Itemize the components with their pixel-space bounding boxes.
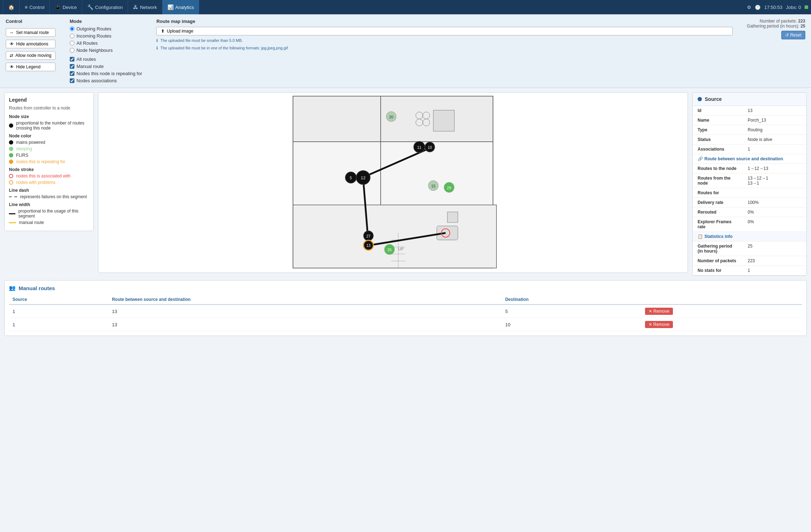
remove-button-1[interactable]: ✕ Remove [645,308,673,315]
routes-for-value [743,188,806,198]
upload-info-2: ℹ The uploaded file must be in one of th… [156,46,732,50]
solid-line-icon [9,213,15,214]
gathering-value: 25 [743,241,806,256]
nav-configuration[interactable]: 🔧 Configuration [82,0,128,14]
flirs-dot [9,153,13,157]
hide-legend-button[interactable]: 👁 Hide Legend [6,63,55,71]
nav-network[interactable]: 🖧 Network [128,0,162,14]
id-label: Id [693,106,743,116]
dash-line-icon [9,196,17,197]
delivery-value: 100% [743,198,806,208]
route-source-2: 1 [9,318,108,331]
route-icon: ↔ [10,30,14,35]
checkbox-repeating[interactable]: Nodes this node is repeating for [70,71,142,76]
map-area[interactable]: UP 20 11 1 [98,92,688,273]
radio-all-routes[interactable]: All Routes [70,40,142,46]
type-value: Routing [743,125,806,135]
svg-rect-10 [433,110,454,131]
radio-incoming[interactable]: Incoming Routes [70,33,142,39]
radio-neighbours[interactable]: Node Neighbours [70,48,142,53]
stats-info-link[interactable]: 📋 Statistics info [698,234,801,239]
gathering-info: Gathering period (in hours): 25 [747,24,805,29]
navigate-icon: 🔗 [698,156,703,161]
routes-table-body: 1 13 5 ✕ Remove 1 13 10 ✕ Remove [9,304,802,331]
node-stroke-title: Node stroke [9,167,89,172]
svg-point-43 [441,229,450,237]
svg-rect-5 [293,205,497,268]
route-source-1: 1 [9,304,108,318]
status-label: Status [693,135,743,145]
checkbox-all-routes[interactable]: All routes [70,57,142,62]
name-value: Porch_13 [743,116,806,125]
associated-dot [9,174,13,178]
source-header: Source [693,93,806,106]
reset-button[interactable]: ↺ Reset [781,31,805,39]
repeating-dot [9,160,13,164]
top-navigation: 🏠 ≡ Control 📱 Device 🔧 Configuration 🖧 N… [0,0,811,14]
radio-outgoing[interactable]: Outgoing Routes [70,26,142,31]
col-source: Source [9,295,108,304]
manual-routes-icon: 👥 [9,285,16,291]
associations-value: 1 [743,145,806,154]
routes-from-value: 13→12→1 13→1 [743,174,806,188]
type-label: Type [693,125,743,135]
set-manual-route-button[interactable]: ↔ Set manual route [6,28,55,37]
associations-label: Associations [693,145,743,154]
checkbox-group: All routes Manual route Nodes this node … [70,57,142,83]
manual-routes-title: 👥 Manual routes [9,285,802,291]
route-action-2: ✕ Remove [641,318,802,331]
floor-plan-svg: UP 20 11 1 [98,93,688,272]
info-icon-1: ℹ [156,38,158,43]
eye-icon: 👁 [10,42,14,47]
svg-rect-1 [293,96,381,142]
routes-table-head: Source Route between source and destinat… [9,295,802,304]
table-row-name: Name Porch_13 [693,116,806,125]
routes-from-label: Routes from the node [693,174,743,188]
gathering-label: Gathering period (in hours) [693,241,743,256]
table-row-rerouted: Rerouted 0% [693,208,806,217]
home-icon: 🏠 [8,4,14,10]
nav-analytics[interactable]: 📊 Analytics [162,0,199,14]
mode-title: Mode [70,19,142,24]
table-row-stats-info: 📋 Statistics info [693,232,806,241]
stats-top: Number of packets: 223 Gathering period … [747,19,805,39]
nav-network-label: Network [140,5,157,10]
svg-text:26: 26 [387,248,392,252]
nav-home[interactable]: 🏠 [3,0,20,14]
control-section: Control ↔ Set manual route 👁 Hide annota… [6,19,55,71]
legend-mains: mains powered [9,140,89,145]
line-dash-title: Line dash [9,188,89,193]
nav-analytics-label: Analytics [175,5,194,10]
remove-button-2[interactable]: ✕ Remove [645,321,673,328]
id-value: 13 [743,106,806,116]
allow-node-moving-button[interactable]: ⇄ Allow node moving [6,51,55,60]
nav-device[interactable]: 📱 Device [50,0,82,14]
nav-control[interactable]: ≡ Control [20,0,50,14]
col-route: Route between source and destination [108,295,502,304]
nav-config-label: Configuration [95,5,123,10]
gear-icon[interactable]: ⚙ [747,5,751,10]
routes-to-label: Routes to the node [693,164,743,174]
legend-associated: nodes this is associated with [9,174,89,179]
checkbox-manual-route[interactable]: Manual route [70,64,142,69]
upload-image-button[interactable]: ⬆ Upload image [156,27,732,35]
legend-sleeping: sleeping [9,146,89,151]
col-destination: Destination [502,295,641,304]
table-row-associations: Associations 1 [693,145,806,154]
table-row: 1 13 5 ✕ Remove [9,304,802,318]
hide-annotations-button[interactable]: 👁 Hide annotations [6,40,55,48]
legend-flirs: FLIRS [9,153,89,158]
table-row-id: Id 13 [693,106,806,116]
legend-subtitle: Routes from controller to a node [9,106,89,111]
legend-line-dash: represents failures on this segment [9,194,89,199]
route-link[interactable]: 🔗 Route between source and destination [698,156,801,161]
svg-text:15: 15 [431,184,435,188]
svg-rect-4 [381,142,493,205]
analytics-icon: 📊 [167,4,174,10]
manual-routes-section: 👥 Manual routes Source Route between sou… [4,280,807,336]
upload-info-1: ℹ The uploaded file must be smaller than… [156,38,732,43]
svg-text:27: 27 [366,234,371,238]
checkbox-associations[interactable]: Nodes associations [70,78,142,83]
mode-section: Mode Outgoing Routes Incoming Routes All… [70,19,142,83]
routes-header-row: Source Route between source and destinat… [9,295,802,304]
